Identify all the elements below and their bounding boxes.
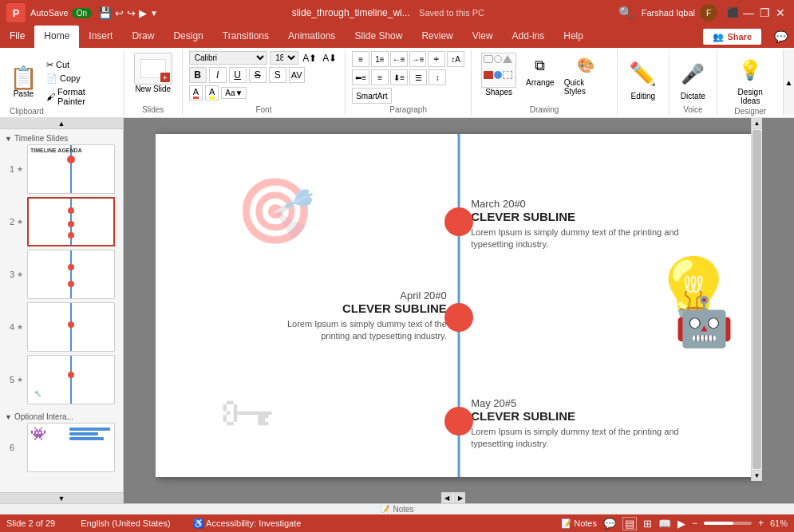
slideshow-icon[interactable]: ▶: [677, 518, 685, 530]
search-icon[interactable]: 🔍: [618, 6, 634, 20]
shadow-button[interactable]: S: [269, 67, 286, 83]
tab-view[interactable]: View: [463, 26, 503, 48]
columns-button[interactable]: ⫩: [428, 51, 445, 67]
vertical-scrollbar[interactable]: ▲ ▼: [751, 118, 762, 481]
increase-indent-button[interactable]: →≡: [409, 51, 427, 67]
ribbon-collapse-button[interactable]: ⬛: [725, 6, 740, 20]
italic-button[interactable]: I: [209, 67, 227, 83]
presentation-icon[interactable]: ▶: [139, 7, 147, 19]
cut-button[interactable]: ✂ Cut: [44, 59, 117, 71]
tab-draw[interactable]: Draw: [122, 26, 164, 48]
section2-collapse-icon[interactable]: ▼: [5, 413, 12, 421]
accessibility-button[interactable]: ♿ Accessibility: Investigate: [193, 518, 302, 529]
font-size-select[interactable]: 18: [270, 51, 298, 65]
autosave-toggle[interactable]: On: [72, 8, 92, 18]
event-3-body: Lorem Ipsum is simply dummy text of the …: [471, 426, 686, 451]
scroll-thumb-v[interactable]: [753, 130, 761, 469]
language-indicator[interactable]: English (United States): [81, 518, 171, 528]
zoom-level[interactable]: 61%: [770, 518, 788, 528]
design-ideas-button[interactable]: 💡 Design Ideas: [724, 51, 776, 107]
quick-styles-button[interactable]: 🎨 Quick Styles: [561, 51, 610, 97]
slide-6-thumb[interactable]: 👾: [27, 423, 115, 472]
align-center-button[interactable]: ≡: [371, 69, 389, 85]
tab-insert[interactable]: Insert: [79, 26, 122, 48]
zoom-out-icon[interactable]: −: [692, 518, 697, 529]
scroll-up-button[interactable]: ▲: [752, 118, 762, 129]
decrease-font-button[interactable]: A⬇: [321, 53, 338, 64]
align-right-button[interactable]: ⬇≡: [390, 69, 408, 85]
restore-button[interactable]: ❐: [757, 6, 772, 20]
comments-status-icon[interactable]: 💬: [603, 518, 616, 530]
font-size-dropdown[interactable]: Aa▼: [221, 87, 247, 99]
align-left-button[interactable]: ⬅≡: [352, 69, 369, 85]
slide-3-row: 3 ★: [3, 250, 120, 299]
slide-sorter-icon[interactable]: ⊞: [643, 518, 652, 530]
reading-view-icon[interactable]: 📖: [658, 518, 671, 530]
ribbon-collapse-arrow[interactable]: ▲: [783, 49, 794, 116]
arrange-button[interactable]: ⧉ Arrange: [523, 51, 558, 89]
horizontal-scrollbar[interactable]: ◀ ▶: [441, 492, 465, 503]
smart-art-button[interactable]: SmartArt: [352, 88, 391, 104]
slide-3-star: ★: [17, 270, 25, 278]
tab-animations[interactable]: Animations: [278, 26, 345, 48]
zoom-in-icon[interactable]: +: [758, 518, 764, 529]
notes-status-button[interactable]: 📝 Notes: [561, 518, 597, 529]
bullets-button[interactable]: ≡: [352, 51, 369, 67]
increase-font-button[interactable]: A⬆: [301, 53, 318, 64]
scroll-left-button[interactable]: ◀: [441, 493, 452, 503]
tab-help[interactable]: Help: [554, 26, 593, 48]
highlight-button[interactable]: A: [205, 85, 219, 100]
copy-button[interactable]: 📄 Copy: [44, 73, 117, 85]
format-painter-button[interactable]: 🖌 Format Painter: [44, 86, 117, 107]
justify-button[interactable]: ☰: [409, 69, 427, 85]
font-color-button[interactable]: A: [189, 85, 203, 100]
slide-5-thumb[interactable]: 🔧: [27, 355, 115, 404]
text-direction-button[interactable]: ↕A: [447, 51, 464, 67]
normal-view-icon[interactable]: ▤: [622, 517, 637, 530]
scroll-right-button[interactable]: ▶: [454, 493, 465, 503]
tab-design[interactable]: Design: [164, 26, 212, 48]
decrease-indent-button[interactable]: ←≡: [390, 51, 408, 67]
tab-review[interactable]: Review: [412, 26, 462, 48]
share-button[interactable]: 👥 Share: [703, 29, 761, 45]
slide-canvas[interactable]: 🎯 🗝 💡 🤖 March 20#0 CLEVER SUBLINE Lorem …: [156, 134, 762, 477]
dropdown-icon[interactable]: ▼: [150, 9, 158, 18]
char-spacing-button[interactable]: AV: [289, 67, 305, 83]
slide-1-thumb[interactable]: TIMELINE AGENDA: [27, 144, 115, 194]
tab-transitions[interactable]: Transitions: [213, 26, 278, 48]
tab-slideshow[interactable]: Slide Show: [345, 26, 412, 48]
undo-icon[interactable]: ↩: [115, 7, 124, 19]
save-icon[interactable]: 💾: [98, 6, 112, 19]
redo-icon[interactable]: ↪: [127, 7, 136, 19]
avatar[interactable]: F: [700, 4, 717, 22]
slide-2-thumb[interactable]: [27, 197, 115, 246]
dictate-button[interactable]: 🎤 Dictate: [675, 51, 710, 105]
line-spacing-button[interactable]: ↕: [429, 69, 446, 85]
underline-button[interactable]: U: [229, 67, 247, 83]
section-collapse-icon[interactable]: ▼: [5, 135, 12, 143]
font-name-select[interactable]: Calibri: [189, 51, 268, 65]
zoom-slider[interactable]: [704, 522, 752, 525]
paste-button[interactable]: 📋 Paste: [6, 65, 41, 100]
comments-icon[interactable]: 💬: [768, 26, 794, 48]
new-slide-button[interactable]: + New Slide: [131, 51, 176, 95]
bold-button[interactable]: B: [189, 67, 207, 83]
close-button[interactable]: ✕: [773, 6, 788, 20]
editing-button[interactable]: ✏️ Editing: [626, 51, 661, 105]
slide-4-thumb[interactable]: [27, 302, 115, 352]
slide-panel-wrapper: ▲ ▼ Timeline Slides 1 ★ TIMELINE AGENDA: [0, 118, 124, 503]
shapes-button[interactable]: Shapes: [478, 51, 519, 98]
numbering-button[interactable]: 1≡: [371, 51, 389, 67]
scroll-down-button[interactable]: ▼: [752, 470, 762, 481]
slide-panel-scroll-up[interactable]: ▲: [0, 118, 123, 129]
tab-home[interactable]: Home: [34, 26, 79, 48]
notes-bar[interactable]: 📝 Notes: [0, 503, 794, 514]
minimize-button[interactable]: —: [741, 6, 756, 20]
slide-3-thumb[interactable]: [27, 250, 115, 299]
notes-status-icon: 📝: [561, 518, 572, 529]
tab-file[interactable]: File: [0, 26, 34, 48]
canvas-area[interactable]: ▲ ▼ 🎯 🗝 💡 🤖 March 20#0: [124, 118, 794, 503]
strikethrough-button[interactable]: S: [249, 67, 267, 83]
slide-panel-scroll-down[interactable]: ▼: [0, 492, 123, 503]
tab-addins[interactable]: Add-ins: [503, 26, 555, 48]
